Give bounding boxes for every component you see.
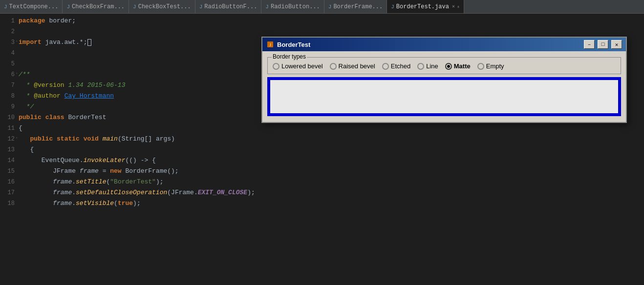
swing-app-icon: J <box>266 41 274 48</box>
tab-label: BorderTest.java <box>396 1 449 12</box>
code-line: 13 { <box>0 144 644 155</box>
tab-label: CheckBoxTest... <box>138 1 191 12</box>
line-number: 4 <box>0 48 19 59</box>
line-number: 15 <box>0 166 19 177</box>
code-content: JFrame frame = new BorderFrame(); <box>19 166 644 177</box>
radio-circle-line <box>417 63 424 70</box>
line-number: 12◦ <box>0 134 19 144</box>
line-number: 13 <box>0 144 19 155</box>
swing-close-button[interactable]: ✕ <box>611 40 622 49</box>
tab-close-icon[interactable]: ✕ <box>452 1 455 12</box>
radio-row: Lowered bevel Raised bevel Etched Line <box>273 62 616 70</box>
radio-label-lowered-bevel: Lowered bevel <box>281 62 323 70</box>
line-number: 18 <box>0 198 19 209</box>
code-content: frame.setDefaultCloseOperation(JFrame.EX… <box>19 187 644 198</box>
radio-etched[interactable]: Etched <box>382 62 410 70</box>
radio-matte[interactable]: Matte <box>445 62 471 70</box>
tab-icon: J <box>265 1 269 12</box>
tab-label: CheckBoxFram... <box>72 1 125 12</box>
tab-icon: J <box>4 1 7 12</box>
code-content: { <box>19 144 644 155</box>
tab-icon: J <box>328 1 332 12</box>
line-number: 10 <box>0 112 19 123</box>
tab-pin-icon: ₈ <box>457 1 460 12</box>
radio-label-empty: Empty <box>486 62 504 70</box>
code-content: package border; <box>19 16 644 26</box>
radio-raised-bevel[interactable]: Raised bevel <box>330 62 375 70</box>
code-line: 15 JFrame frame = new BorderFrame(); <box>0 166 644 177</box>
radio-circle-matte <box>445 63 452 70</box>
svg-text:J: J <box>269 42 271 47</box>
code-content: EventQueue.invokeLater(() -> { <box>19 155 644 166</box>
tab-label: BorderFrame... <box>333 1 383 12</box>
code-line: 16 frame.setTitle("BorderTest"); <box>0 177 644 187</box>
tab-bar[interactable]: J TextCompone... J CheckBoxFram... J Che… <box>0 0 644 14</box>
code-content: frame.setTitle("BorderTest"); <box>19 177 644 187</box>
code-line: 12◦ public static void main(String[] arg… <box>0 134 644 144</box>
line-number: 7 <box>0 80 19 91</box>
radio-label-line: Line <box>426 62 438 70</box>
tab-label: RadioButtonF... <box>204 1 257 12</box>
tab-borderframe[interactable]: J BorderFrame... <box>324 0 387 13</box>
radio-label-etched: Etched <box>391 62 410 70</box>
radio-circle-etched <box>382 63 389 70</box>
border-types-group: Border types Lowered bevel Raised bevel … <box>267 57 621 74</box>
radio-line[interactable]: Line <box>417 62 438 70</box>
code-content: public static void main(String[] args) <box>19 134 644 144</box>
tab-radiobutton[interactable]: J RadioButton... <box>261 0 324 13</box>
tab-checkboxtest[interactable]: J CheckBoxTest... <box>129 0 195 13</box>
swing-title-text: BorderTest <box>277 41 581 48</box>
border-group-legend: Border types <box>272 53 307 60</box>
line-number: 11 <box>0 123 19 134</box>
line-number: 9 <box>0 102 19 112</box>
swing-maximize-button[interactable]: □ <box>598 40 608 49</box>
tab-icon: J <box>391 1 394 12</box>
border-preview <box>267 77 621 116</box>
tab-radiobuttonf[interactable]: J RadioButtonF... <box>195 0 262 13</box>
line-number: 6◦ <box>0 69 19 80</box>
code-line: 11 { <box>0 123 644 134</box>
radio-circle-empty <box>477 63 484 70</box>
line-number: 3◦ <box>0 37 19 48</box>
tab-bordertest[interactable]: J BorderTest.java ✕ ₈ <box>387 0 464 13</box>
tab-label: RadioButton... <box>271 1 320 12</box>
radio-lowered-bevel[interactable]: Lowered bevel <box>273 62 323 70</box>
code-line: 17 frame.setDefaultCloseOperation(JFrame… <box>0 187 644 198</box>
tab-checkboxframe[interactable]: J CheckBoxFram... <box>63 0 129 13</box>
code-line: 1 package border; <box>0 16 644 26</box>
code-line: 14 EventQueue.invokeLater(() -> { <box>0 155 644 166</box>
tab-icon: J <box>66 1 70 12</box>
line-number: 5 <box>0 59 19 69</box>
radio-empty[interactable]: Empty <box>477 62 504 70</box>
line-number: 14 <box>0 155 19 166</box>
tab-label: TextCompone... <box>9 1 59 12</box>
code-content: { <box>19 123 644 134</box>
code-line: 18 frame.setVisible(true); <box>0 198 644 209</box>
line-number: 2 <box>0 26 19 37</box>
line-number: 16 <box>0 177 19 187</box>
line-number: 8 <box>0 91 19 102</box>
code-content: frame.setVisible(true); <box>19 198 644 209</box>
radio-label-matte: Matte <box>454 62 471 70</box>
code-line: 2 <box>0 26 644 37</box>
swing-window: J BorderTest – □ ✕ Border types Lowered … <box>261 37 627 123</box>
radio-label-raised-bevel: Raised bevel <box>339 62 375 70</box>
radio-circle-lowered-bevel <box>273 63 279 70</box>
line-number: 1 <box>0 16 19 26</box>
tab-icon: J <box>199 1 203 12</box>
tab-textcomponent[interactable]: J TextCompone... <box>0 0 63 13</box>
swing-minimize-button[interactable]: – <box>584 40 595 49</box>
radio-circle-raised-bevel <box>330 63 337 70</box>
line-number: 17 <box>0 187 19 198</box>
tab-icon: J <box>133 1 136 12</box>
swing-titlebar: J BorderTest – □ ✕ <box>262 38 626 51</box>
